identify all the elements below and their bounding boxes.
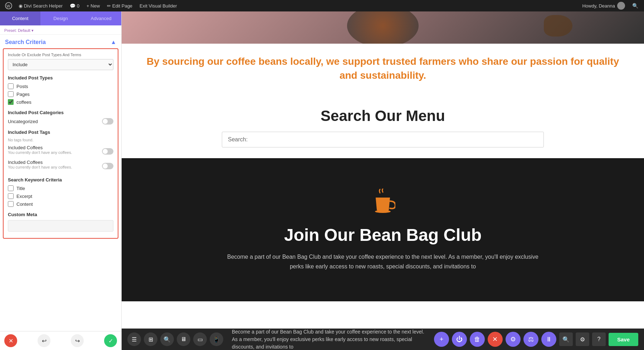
search-criteria-title: Search Criteria	[5, 39, 46, 45]
howdy-user[interactable]: Howdy, Deanna	[579, 0, 628, 11]
tab-advanced[interactable]: Advanced	[81, 11, 121, 25]
toolbar-add-button[interactable]: +	[434, 332, 449, 347]
search-input[interactable]	[248, 136, 538, 143]
toolbar-menu-icon[interactable]: ☰	[127, 332, 141, 346]
preset-selector[interactable]: Preset: Default ▾	[4, 28, 34, 33]
collapse-button[interactable]: ▲	[111, 39, 116, 45]
undo-button[interactable]: ↩	[38, 334, 50, 347]
dark-section-title: Join Our Bean Bag Club	[284, 225, 482, 245]
included-coffees-1-title: Included Coffees	[8, 145, 72, 150]
uncategorized-label: Uncategorized	[8, 119, 38, 124]
admin-bar: W ◉ Divi Search Helper 💬 0 + New ✏ Edit …	[0, 0, 644, 11]
dark-section: Join Our Bean Bag Club Become a part of …	[122, 158, 644, 301]
tab-design[interactable]: Design	[40, 11, 81, 25]
checkbox-title-input[interactable]	[8, 185, 14, 191]
close-button[interactable]: ✕	[4, 334, 17, 347]
custom-meta-input[interactable]	[8, 220, 113, 232]
panel-bottom-bar: ✕ ↩ ↪ ✓	[0, 331, 121, 350]
admin-search-icon[interactable]: 🔍	[629, 3, 641, 9]
toolbar-filter-button[interactable]: ⚙	[576, 332, 589, 346]
posts-label: Posts	[16, 84, 28, 89]
criteria-box: Include Or Exclude Post Types And Terms …	[3, 48, 118, 239]
search-criteria-header: Search Criteria ▲	[0, 35, 121, 48]
tab-content[interactable]: Content	[0, 11, 40, 25]
toolbar-desktop-icon[interactable]: 🖥	[177, 332, 190, 346]
panel-tabs: Content Design Advanced	[0, 11, 121, 25]
toolbar-mobile-icon[interactable]: 📱	[210, 332, 223, 346]
checkbox-content-input[interactable]	[8, 201, 14, 207]
included-coffees-1-message: You currently don't have any coffees.	[8, 150, 72, 155]
panel-scroll-content: Search Criteria ▲ Include Or Exclude Pos…	[0, 35, 121, 331]
dark-section-text: Become a part of our Bean Bag Club and t…	[222, 252, 544, 271]
checkbox-pages: Pages	[8, 91, 113, 97]
search-menu-title: Search Our Menu	[143, 107, 623, 125]
title-label: Title	[16, 186, 25, 191]
checkbox-excerpt: Excerpt	[8, 193, 113, 199]
toolbar-search-icon[interactable]: 🔍	[160, 332, 174, 346]
toolbar-grid-icon[interactable]: ⊞	[144, 332, 157, 346]
orange-heading: By sourcing our coffee beans locally, we…	[143, 54, 623, 82]
coffees-label: coffees	[16, 99, 31, 105]
no-tags-message: No tags found.	[8, 138, 113, 142]
excerpt-label: Excerpt	[16, 194, 32, 199]
panel-preset-header: Preset: Default ▾	[0, 25, 121, 35]
toolbar-power-button[interactable]: ⏻	[452, 332, 467, 347]
toolbar-trash-button[interactable]: 🗑	[470, 332, 485, 347]
included-coffees-2-row: Included Coffees You currently don't hav…	[8, 160, 113, 172]
hero-image	[122, 11, 644, 44]
include-exclude-label: Include Or Exclude Post Types And Terms	[8, 53, 113, 57]
toolbar-help-button[interactable]: ?	[592, 332, 606, 346]
left-panel: Content Design Advanced Preset: Default …	[0, 11, 122, 350]
main-content: By sourcing our coffee beans locally, we…	[122, 11, 644, 350]
content-label: Content	[16, 201, 33, 207]
comments-link[interactable]: 💬 0	[67, 0, 82, 11]
checkbox-content: Content	[8, 201, 113, 207]
admin-bar-right: Howdy, Deanna 🔍	[579, 0, 641, 11]
checkbox-posts: Posts	[8, 83, 113, 89]
search-input-label: Search:	[228, 136, 248, 143]
checkbox-coffees-input[interactable]	[8, 99, 14, 105]
svg-text:W: W	[6, 4, 10, 8]
comments-icon: 💬	[70, 3, 75, 9]
bottom-toolbar: ☰ ⊞ 🔍 🖥 ▭ 📱 Become a part of our Bean Ba…	[122, 329, 644, 350]
main-layout: Content Design Advanced Preset: Default …	[0, 11, 644, 350]
uncategorized-toggle-row: Uncategorized	[8, 118, 113, 125]
toolbar-search-button[interactable]: 🔍	[559, 332, 573, 346]
include-exclude-select[interactable]: Include Exclude	[8, 59, 113, 70]
checkbox-posts-input[interactable]	[8, 83, 14, 89]
included-coffees-1-toggle[interactable]	[102, 148, 113, 155]
search-section: Search Our Menu Search:	[122, 93, 644, 158]
confirm-button[interactable]: ✓	[104, 334, 117, 347]
checkbox-title: Title	[8, 185, 113, 191]
toolbar-settings-button[interactable]: ⚙	[506, 332, 521, 347]
svg-point-2	[375, 210, 391, 213]
custom-meta-title: Custom Meta	[8, 212, 113, 217]
divi-search-helper-icon: ◉	[19, 3, 23, 9]
included-coffees-2-title: Included Coffees	[8, 160, 72, 165]
plus-icon: +	[87, 3, 89, 9]
search-keyword-criteria-title: Search Keyword Criteria	[8, 177, 113, 183]
uncategorized-toggle[interactable]	[102, 118, 113, 125]
toolbar-body-text: Become a part of our Bean Bag Club and t…	[232, 328, 425, 350]
orange-text-section: By sourcing our coffee beans locally, we…	[122, 44, 644, 93]
checkbox-excerpt-input[interactable]	[8, 193, 14, 199]
toolbar-right: + ⏻ 🗑 ✕ ⚙ ⚖ ⏸ 🔍 ⚙ ? Save	[434, 332, 638, 347]
toolbar-close-button[interactable]: ✕	[488, 332, 503, 347]
redo-button[interactable]: ↪	[71, 334, 84, 347]
save-button[interactable]: Save	[609, 333, 638, 346]
toolbar-tablet-icon[interactable]: ▭	[193, 332, 207, 346]
toolbar-pause-button[interactable]: ⏸	[541, 332, 556, 347]
exit-visual-builder-link[interactable]: Exit Visual Builder	[137, 0, 180, 11]
toolbar-tune-button[interactable]: ⚖	[523, 332, 538, 347]
wp-logo-icon[interactable]: W	[3, 0, 14, 11]
edit-page-link[interactable]: ✏ Edit Page	[104, 0, 135, 11]
checkbox-pages-input[interactable]	[8, 91, 14, 97]
pages-label: Pages	[16, 92, 30, 97]
included-coffees-2-message: You currently don't have any coffees.	[8, 165, 72, 169]
included-coffees-1-row: Included Coffees You currently don't hav…	[8, 145, 113, 157]
included-coffees-2-toggle[interactable]	[102, 163, 113, 169]
pencil-icon: ✏	[107, 3, 111, 9]
new-link[interactable]: + New	[84, 0, 103, 11]
divi-search-helper-link[interactable]: ◉ Divi Search Helper	[16, 0, 65, 11]
included-post-types-title: Included Post Types	[8, 75, 113, 81]
